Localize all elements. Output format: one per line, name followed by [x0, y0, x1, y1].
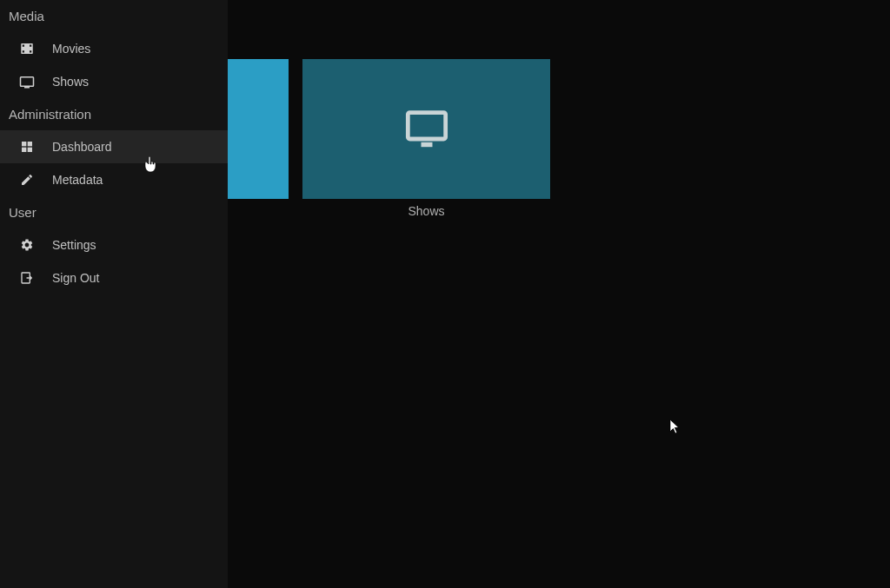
svg-rect-8: [28, 142, 32, 146]
svg-rect-12: [408, 112, 445, 138]
main-content: Shows: [228, 0, 890, 588]
svg-rect-4: [30, 50, 31, 52]
library-card-shows[interactable]: [302, 59, 550, 199]
tv-icon: [19, 74, 35, 89]
sidebar-item-label: Movies: [52, 42, 90, 56]
svg-rect-10: [28, 148, 32, 152]
tv-icon: [401, 105, 453, 154]
section-header-administration: Administration: [0, 98, 228, 130]
sidebar-item-dashboard[interactable]: Dashboard: [0, 130, 228, 163]
sidebar-item-label: Metadata: [52, 173, 103, 187]
sidebar-item-settings[interactable]: Settings: [0, 228, 228, 261]
sidebar-item-shows[interactable]: Shows: [0, 65, 228, 98]
sidebar-item-signout[interactable]: Sign Out: [0, 261, 228, 294]
movies-icon: [19, 41, 35, 56]
svg-rect-1: [23, 45, 24, 47]
svg-rect-9: [22, 148, 26, 152]
sidebar-item-label: Settings: [52, 238, 96, 252]
sidebar-item-movies[interactable]: Movies: [0, 32, 228, 65]
sidebar-item-label: Shows: [52, 75, 89, 89]
section-header-media: Media: [0, 0, 228, 32]
library-card-partial[interactable]: [228, 59, 289, 199]
sidebar: Media Movies Shows Administration: [0, 0, 228, 588]
svg-rect-2: [23, 50, 24, 52]
library-card-label: Shows: [302, 204, 550, 218]
gear-icon: [19, 237, 35, 253]
signout-icon: [19, 270, 35, 286]
edit-icon: [19, 172, 35, 188]
svg-rect-3: [30, 45, 31, 47]
sidebar-item-label: Sign Out: [52, 271, 99, 285]
svg-rect-5: [21, 77, 34, 87]
sidebar-item-label: Dashboard: [52, 140, 112, 154]
sidebar-item-metadata[interactable]: Metadata: [0, 163, 228, 196]
dashboard-icon: [19, 139, 35, 155]
svg-rect-7: [22, 142, 26, 146]
section-header-user: User: [0, 196, 228, 228]
